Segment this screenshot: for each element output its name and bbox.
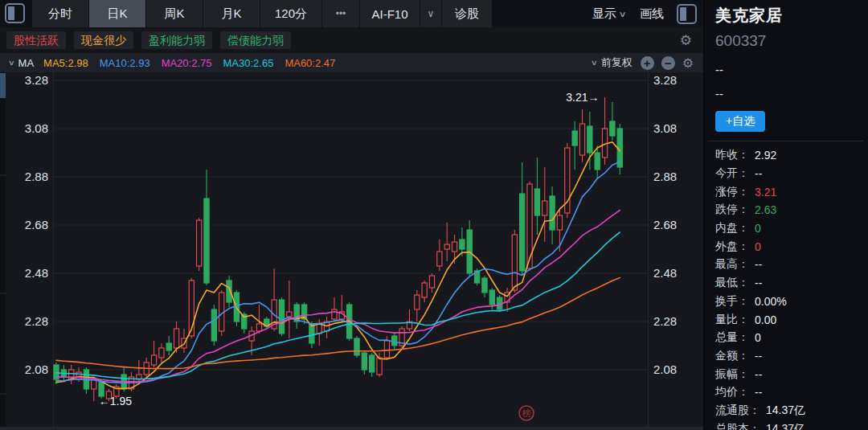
ma-value-label: MA5:2.98: [43, 57, 88, 69]
stat-value: 14.37亿: [766, 422, 805, 430]
volume-pane-edge: [0, 427, 703, 430]
toolbar: 分时日K周K月K120分•••AI-F10∨诊股 显示 ∨ 画线: [0, 0, 703, 27]
left-edge-strip: [0, 72, 6, 430]
stat-row: 最低：--: [715, 274, 868, 293]
candle-down: [572, 131, 577, 145]
stat-row: 换手：0.00%: [715, 293, 868, 311]
display-dropdown[interactable]: 显示: [592, 6, 616, 22]
adjust-chevron-icon[interactable]: ∨: [591, 59, 598, 67]
candle-down: [354, 338, 359, 355]
y-axis-label-left: 2.88: [25, 170, 48, 183]
tag-stock-active[interactable]: 股性活跃: [6, 31, 66, 49]
tab-120min[interactable]: 120分: [260, 0, 321, 27]
y-axis-label-right: 2.08: [653, 362, 677, 376]
tab-diagnose[interactable]: 诊股: [442, 0, 492, 27]
candle-up: [415, 295, 420, 309]
stock-code: 600337: [715, 32, 868, 50]
ma-value-label: MA60:2.47: [285, 57, 335, 69]
stat-value: 0: [755, 222, 761, 235]
candle-down: [489, 290, 494, 305]
candle-up: [452, 242, 457, 252]
y-axis-label-right: 3.08: [653, 121, 677, 135]
tab-weekly-k[interactable]: 周K: [146, 0, 203, 27]
candle-up: [159, 348, 164, 358]
chevron-down-icon[interactable]: ∨: [618, 10, 626, 18]
stat-row: 今开：--: [715, 165, 868, 183]
stat-value: --: [755, 368, 762, 381]
stat-value: --: [755, 386, 762, 399]
ma20-line: [56, 211, 620, 382]
stat-label: 今开：: [715, 166, 749, 181]
candle-down: [362, 353, 366, 370]
stat-label: 涨停：: [715, 185, 749, 199]
zoom-out-button[interactable]: −: [661, 56, 675, 70]
candle-up: [384, 341, 389, 358]
candle-up: [437, 252, 442, 266]
tab-expand[interactable]: ∨: [420, 0, 441, 27]
stat-label: 均价：: [715, 385, 749, 399]
stats-list: 昨收：2.92今开：--涨停：3.21跌停：2.63内盘：0外盘：0最高：--最…: [715, 146, 868, 430]
tag-profit-weak[interactable]: 盈利能力弱: [141, 31, 212, 49]
settings-gear-icon[interactable]: ⚙: [680, 34, 692, 47]
stat-row: 振幅：--: [715, 365, 868, 383]
tab-minute[interactable]: 分时: [32, 0, 88, 27]
tag-solvency-weak[interactable]: 偿债能力弱: [220, 31, 291, 49]
stat-label: 振幅：: [715, 367, 749, 382]
tab-daily-k[interactable]: 日K: [89, 0, 145, 27]
ma-collapse-chevron-icon[interactable]: ∨: [8, 59, 15, 67]
candle-up: [151, 355, 156, 365]
candle-down: [392, 336, 397, 346]
tab-ai-f10[interactable]: AI-F10: [360, 0, 420, 27]
y-axis-label-right: 2.88: [653, 170, 677, 183]
tab-more[interactable]: •••: [322, 0, 359, 27]
stock-change: --: [715, 87, 868, 100]
stat-label: 外盘：: [715, 240, 749, 254]
draw-line-button[interactable]: 画线: [640, 6, 664, 22]
stat-value: 2.92: [755, 149, 776, 162]
tab-monthly-k[interactable]: 月K: [203, 0, 260, 27]
kline-canvas[interactable]: 3.21→←1.95榜3.283.283.083.082.882.882.682…: [0, 72, 703, 430]
tag-row: 股性活跃现金很少盈利能力弱偿债能力弱 ⚙: [0, 27, 703, 53]
stat-row: 总股本：14.37亿: [715, 420, 868, 430]
candle-up: [317, 324, 321, 334]
stat-label: 最低：: [715, 276, 749, 290]
ma30-line: [56, 232, 620, 379]
price-annotation: 3.21→: [566, 91, 599, 104]
tag-cash-low[interactable]: 现金很少: [74, 31, 133, 49]
y-axis-label-left: 2.28: [25, 314, 48, 328]
left-panel-toggle-icon[interactable]: [5, 3, 25, 23]
y-axis-label-right: 3.28: [653, 73, 677, 87]
candle-down: [550, 196, 555, 230]
stat-row: 均价：--: [715, 383, 868, 402]
stock-price: --: [715, 63, 868, 76]
candle-up: [422, 283, 427, 297]
candle-up: [197, 220, 202, 266]
stat-label: 总股本：: [715, 422, 760, 430]
candle-down: [370, 355, 375, 372]
stat-value: 0: [755, 240, 761, 253]
y-axis-label-left: 2.48: [25, 266, 48, 280]
candle-up: [527, 184, 532, 268]
add-watchlist-button[interactable]: +自选: [715, 111, 765, 132]
stat-row: 内盘：0: [715, 219, 868, 238]
stat-row: 涨停：3.21: [715, 182, 868, 201]
right-panel-toggle-icon[interactable]: [677, 4, 697, 24]
candle-down: [279, 300, 284, 334]
ma-indicator-bar: ∨ MA MA5:2.98MA10:2.93MA20:2.75MA30:2.65…: [0, 53, 703, 72]
ma-value-label: MA10:2.93: [100, 57, 150, 69]
candle-up: [557, 215, 562, 230]
ma-group-label: MA: [18, 57, 35, 69]
chart-settings-gear-icon[interactable]: ⚙: [682, 56, 694, 70]
stat-value: 0.00%: [755, 295, 787, 308]
kline-chart[interactable]: 3.21→←1.95榜3.283.283.083.082.882.882.682…: [0, 72, 703, 430]
stat-label: 总量：: [715, 330, 749, 345]
stat-label: 金额：: [715, 349, 749, 363]
stat-row: 昨收：2.92: [715, 146, 868, 165]
zoom-in-button[interactable]: +: [641, 56, 654, 70]
panel-divider: [708, 141, 863, 141]
adjust-mode-dropdown[interactable]: 前复权: [601, 55, 633, 70]
candle-up: [256, 324, 261, 331]
stock-info-panel: 美克家居 600337 -- -- +自选 昨收：2.92今开：--涨停：3.2…: [703, 0, 868, 430]
stat-value: 3.21: [755, 186, 776, 199]
ma-value-label: MA30:2.65: [223, 57, 274, 69]
